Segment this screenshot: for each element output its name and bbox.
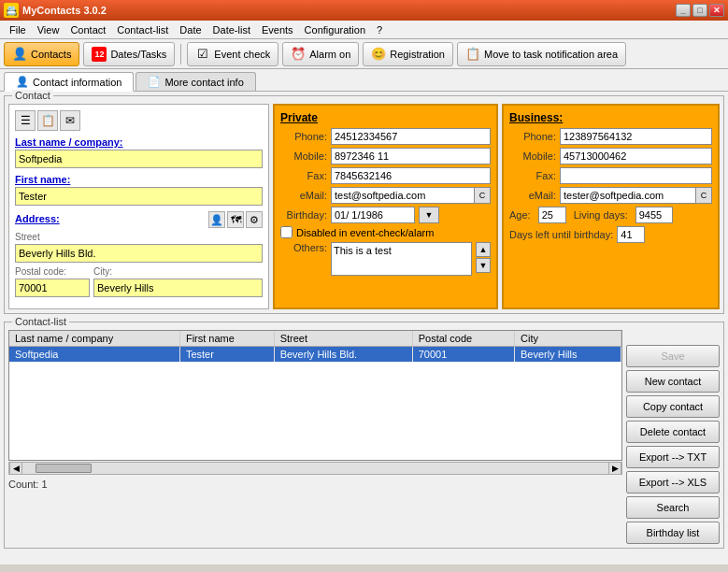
contacts-icon: 👤 [12, 47, 27, 62]
city-input[interactable] [93, 279, 263, 297]
form-copy-btn[interactable]: 📋 [37, 110, 58, 131]
row-last-name: Softpedia [9, 347, 179, 363]
delete-contact-button[interactable]: Delete contact [626, 421, 720, 443]
table-row[interactable]: Softpedia Tester Beverly Hills Bld. 7000… [9, 347, 621, 363]
separator-1 [180, 44, 181, 64]
business-email-btn[interactable]: C [695, 187, 712, 204]
private-mobile-label: Mobile: [280, 150, 327, 162]
days-left-input[interactable] [617, 226, 645, 243]
registration-button[interactable]: 😊 Registration [363, 42, 453, 66]
birthday-row: Birthday: ▼ [280, 207, 491, 223]
business-label: Business: [509, 111, 712, 124]
street-input[interactable] [15, 244, 263, 263]
age-input[interactable] [538, 207, 566, 223]
close-button[interactable]: ✕ [709, 4, 724, 17]
contact-panel: Contact ☰ 📋 ✉ Last name / company: First… [4, 95, 724, 314]
age-label: Age: [509, 209, 531, 221]
search-button[interactable]: Search [626, 496, 720, 519]
last-name-input[interactable] [15, 150, 263, 168]
private-email-field: C [331, 187, 491, 204]
alarm-on-button[interactable]: ⏰ Alarm on [282, 42, 359, 66]
private-fax-label: Fax: [280, 170, 327, 181]
postal-code-input[interactable] [15, 279, 90, 297]
horizontal-scrollbar[interactable]: ◀ ▶ [8, 462, 622, 475]
private-email-btn[interactable]: C [474, 187, 491, 204]
business-phone-input[interactable] [560, 128, 712, 145]
days-left-label: Days left until birthday: [509, 229, 613, 240]
city-group: City: [93, 266, 263, 297]
menu-help[interactable]: ? [371, 22, 388, 37]
birthday-input[interactable] [331, 207, 415, 223]
scroll-right-btn[interactable]: ▶ [608, 462, 621, 475]
address-icon-btn-3[interactable]: ⚙ [246, 211, 263, 228]
business-fax-input[interactable] [560, 167, 712, 184]
scroll-left-btn[interactable]: ◀ [9, 462, 22, 475]
dates-tasks-button[interactable]: 12 Dates/Tasks [83, 42, 175, 66]
copy-contact-button[interactable]: Copy contact [626, 395, 720, 418]
disabled-checkbox-label: Disabled in event-check/alarm [296, 227, 434, 238]
private-phone-label: Phone: [280, 131, 327, 142]
private-email-input[interactable] [331, 187, 474, 204]
tab-more-contact-info-label: More contact info [164, 77, 243, 88]
event-check-label: Event check [214, 49, 270, 60]
contact-list-inner: Last name / company First name Street Po… [8, 330, 720, 544]
menu-bar: File View Contact Contact-list Date Date… [0, 21, 728, 39]
new-contact-button[interactable]: New contact [626, 370, 720, 393]
row-street: Beverly Hills Bld. [274, 347, 412, 363]
address-icon-btn-1[interactable]: 👤 [208, 211, 225, 228]
street-sublabel: Street [15, 232, 263, 242]
others-scroll-up[interactable]: ▲ [476, 242, 491, 257]
tab-contact-info[interactable]: 👤 Contact information [4, 72, 134, 92]
left-form: ☰ 📋 ✉ Last name / company: First name: [8, 104, 269, 309]
birthday-label: Birthday: [280, 209, 327, 221]
contact-inner: ☰ 📋 ✉ Last name / company: First name: [8, 104, 720, 309]
menu-contact[interactable]: Contact [64, 22, 111, 37]
export-txt-button[interactable]: Export --> TXT [626, 446, 720, 468]
business-email-input[interactable] [560, 187, 695, 204]
menu-date-list[interactable]: Date-list [207, 22, 256, 37]
living-days-input[interactable] [635, 207, 673, 223]
contacts-button[interactable]: 👤 Contacts [4, 42, 79, 66]
first-name-input[interactable] [15, 187, 263, 206]
scroll-thumb[interactable] [36, 464, 92, 473]
form-list-btn[interactable]: ☰ [15, 110, 36, 131]
birthday-list-button[interactable]: Birthday list [626, 522, 720, 544]
menu-date[interactable]: Date [174, 22, 207, 37]
move-to-task-label: Move to task notification area [484, 49, 618, 60]
menu-contact-list[interactable]: Contact-list [111, 22, 174, 37]
age-row: Age: Living days: [509, 207, 712, 223]
export-xls-button[interactable]: Export --> XLS [626, 471, 720, 493]
event-check-button[interactable]: ☑ Event check [187, 42, 278, 66]
private-mobile-input[interactable] [331, 148, 491, 164]
registration-icon: 😊 [371, 47, 386, 62]
business-mobile-label: Mobile: [509, 150, 556, 162]
menu-configuration[interactable]: Configuration [299, 22, 371, 37]
col-street: Street [274, 331, 412, 347]
maximize-button[interactable]: □ [692, 4, 707, 17]
window-controls[interactable]: _ □ ✕ [676, 4, 724, 17]
private-phone-input[interactable] [331, 128, 491, 145]
minimize-button[interactable]: _ [676, 4, 691, 17]
business-mobile-input[interactable] [560, 148, 712, 164]
others-scroll-controls: ▲ ▼ [476, 242, 491, 273]
registration-label: Registration [390, 49, 445, 60]
table-header-row: Last name / company First name Street Po… [9, 331, 621, 347]
more-info-icon: 📄 [148, 76, 161, 88]
private-fax-input[interactable] [331, 167, 491, 184]
count-bar: Count: 1 [8, 477, 622, 492]
menu-file[interactable]: File [4, 22, 32, 37]
window-title: MyContacts 3.0.2 [22, 5, 676, 16]
menu-events[interactable]: Events [256, 22, 299, 37]
move-to-task-button[interactable]: 📋 Move to task notification area [457, 42, 626, 66]
others-scroll-down[interactable]: ▼ [476, 258, 491, 273]
row-city: Beverly Hills [515, 347, 621, 363]
address-icon-btn-2[interactable]: 🗺 [227, 211, 244, 228]
tab-more-contact-info[interactable]: 📄 More contact info [136, 72, 255, 91]
form-mail-btn[interactable]: ✉ [60, 110, 80, 131]
private-label: Private [280, 111, 491, 124]
menu-view[interactable]: View [32, 22, 65, 37]
save-button[interactable]: Save [626, 345, 720, 367]
others-textarea[interactable]: This is a test [331, 242, 472, 276]
disabled-checkbox[interactable] [280, 226, 293, 238]
birthday-picker-btn[interactable]: ▼ [419, 207, 439, 223]
